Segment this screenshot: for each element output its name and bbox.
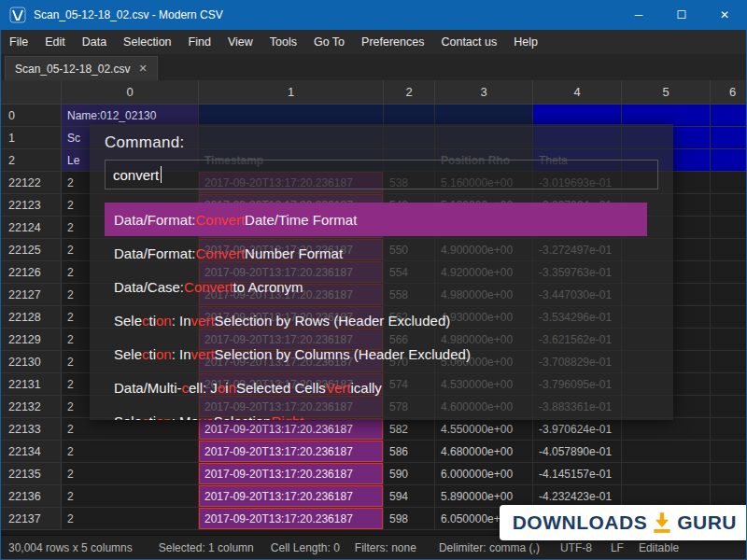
command-item-text: ell: J (189, 380, 218, 396)
row-header[interactable]: 22133 (1, 418, 62, 441)
menu-item-tools[interactable]: Tools (261, 30, 305, 54)
row-header[interactable]: 22129 (1, 329, 62, 351)
cell[interactable] (711, 351, 747, 373)
cell[interactable]: 594 (384, 485, 435, 508)
command-item[interactable]: Data/Case: Convert to Acronym (105, 270, 647, 303)
row-header[interactable]: 22137 (1, 508, 62, 530)
grid-header-row: 0123456 (1, 80, 747, 105)
cell[interactable] (711, 239, 747, 261)
cell[interactable]: 2017-09-20T13:17:20.236187 (199, 508, 384, 530)
column-header-5[interactable]: 5 (622, 80, 711, 105)
column-header-6[interactable]: 6 (711, 80, 747, 105)
cell[interactable]: 598 (384, 508, 435, 530)
row-header[interactable]: 22127 (1, 284, 62, 306)
menu-item-data[interactable]: Data (74, 30, 115, 54)
command-item-selected[interactable]: Data/Format: Convert Date/Time Format (105, 203, 647, 236)
maximize-button[interactable]: ☐ (660, 0, 703, 30)
command-item[interactable]: Data/Multi-cell: Join Selected Cells Ver… (105, 371, 647, 404)
cell[interactable] (622, 463, 711, 485)
column-header-2[interactable]: 2 (384, 80, 435, 105)
cell[interactable] (711, 105, 747, 127)
column-header-0[interactable]: 0 (62, 80, 199, 105)
row-header[interactable]: 22124 (1, 217, 62, 239)
cell[interactable] (711, 396, 747, 418)
command-item-text: c (142, 313, 149, 329)
menu-item-preferences[interactable]: Preferences (353, 30, 432, 54)
cell[interactable] (622, 441, 711, 463)
row-header[interactable]: 22126 (1, 261, 62, 284)
column-header-4[interactable]: 4 (533, 80, 622, 105)
menu-item-help[interactable]: Help (505, 30, 546, 54)
row-header[interactable]: 22135 (1, 463, 62, 485)
cell[interactable]: 582 (384, 418, 435, 441)
menu-item-find[interactable]: Find (180, 30, 219, 54)
cell[interactable]: -4.145157e-01 (533, 463, 622, 485)
cell[interactable]: 2 (62, 418, 199, 441)
cell[interactable]: 2 (62, 485, 199, 508)
command-item[interactable]: Selection: Invert Selection by Rows (Hea… (105, 303, 647, 337)
cell[interactable]: 6.000000e+00 (435, 463, 533, 485)
cell[interactable] (711, 306, 747, 329)
row-header[interactable]: 0 (1, 105, 62, 127)
command-item[interactable]: Selection: Move Selection Right (105, 404, 647, 420)
row-header[interactable]: 22131 (1, 373, 62, 396)
grid-corner-cell[interactable] (1, 80, 62, 105)
menu-item-selection[interactable]: Selection (115, 30, 179, 54)
row-header[interactable]: 22130 (1, 351, 62, 373)
cell[interactable]: 2017-09-20T13:17:20.236187 (199, 463, 384, 485)
cell[interactable] (711, 418, 747, 441)
cell[interactable] (622, 418, 711, 441)
menu-item-edit[interactable]: Edit (36, 30, 74, 54)
cell[interactable] (711, 261, 747, 284)
cell[interactable]: 590 (384, 463, 435, 485)
column-header-3[interactable]: 3 (435, 80, 533, 105)
cell[interactable]: 586 (384, 441, 435, 463)
cell[interactable]: -4.057890e-01 (533, 441, 622, 463)
cell[interactable]: 2 (62, 508, 199, 530)
row-header[interactable]: 1 (1, 127, 62, 149)
command-item[interactable]: Data/Format: Convert Number Format (105, 236, 647, 270)
cell[interactable]: -3.970624e-01 (533, 418, 622, 441)
row-header[interactable]: 2 (1, 149, 62, 172)
cell[interactable] (711, 373, 747, 396)
cell[interactable]: 4.550000e+00 (435, 418, 533, 441)
row-header[interactable]: 22122 (1, 172, 62, 194)
cell[interactable] (711, 463, 747, 485)
menu-item-contact-us[interactable]: Contact us (432, 30, 505, 54)
cell[interactable] (711, 149, 747, 172)
cell[interactable] (711, 329, 747, 351)
cell[interactable] (711, 441, 747, 463)
cell[interactable]: 2 (62, 463, 199, 485)
cell[interactable]: 4.680000e+00 (435, 441, 533, 463)
row-header[interactable]: 22134 (1, 441, 62, 463)
row-header[interactable]: 22125 (1, 239, 62, 261)
row-header[interactable]: 22128 (1, 306, 62, 329)
row-header[interactable]: 22136 (1, 485, 62, 508)
window-controls: ─ ☐ ✕ (617, 0, 746, 30)
command-item-text: c (142, 346, 149, 362)
close-button[interactable]: ✕ (703, 0, 746, 30)
command-item[interactable]: Selection: Invert Selection by Columns (… (105, 337, 647, 371)
cell[interactable]: 2017-09-20T13:17:20.236187 (199, 441, 384, 463)
row-header[interactable]: 22132 (1, 396, 62, 418)
command-item-text: Sele (114, 346, 142, 362)
tab-scan-csv[interactable]: Scan_05-12-18_02.csv ✕ (5, 56, 158, 80)
tab-close-icon[interactable]: ✕ (138, 63, 147, 75)
row-header[interactable]: 22123 (1, 194, 62, 217)
minimize-button[interactable]: ─ (617, 0, 660, 30)
cell[interactable]: 2017-09-20T13:17:20.236187 (199, 485, 384, 508)
cell[interactable] (711, 172, 747, 194)
command-input[interactable]: convert (105, 160, 658, 189)
cell[interactable] (711, 217, 747, 239)
cell[interactable]: 2017-09-20T13:17:20.236187 (199, 418, 384, 441)
command-item-text: : Mo (172, 413, 199, 421)
menu-item-file[interactable]: File (1, 30, 36, 54)
menu-item-go-to[interactable]: Go To (305, 30, 353, 54)
cell[interactable]: 2 (62, 441, 199, 463)
menu-item-view[interactable]: View (219, 30, 261, 54)
cell[interactable] (711, 127, 747, 149)
cell[interactable] (711, 284, 747, 306)
window-title: Scan_05-12-18_02.csv - Modern CSV (34, 8, 617, 21)
cell[interactable] (711, 194, 747, 217)
column-header-1[interactable]: 1 (199, 80, 384, 105)
